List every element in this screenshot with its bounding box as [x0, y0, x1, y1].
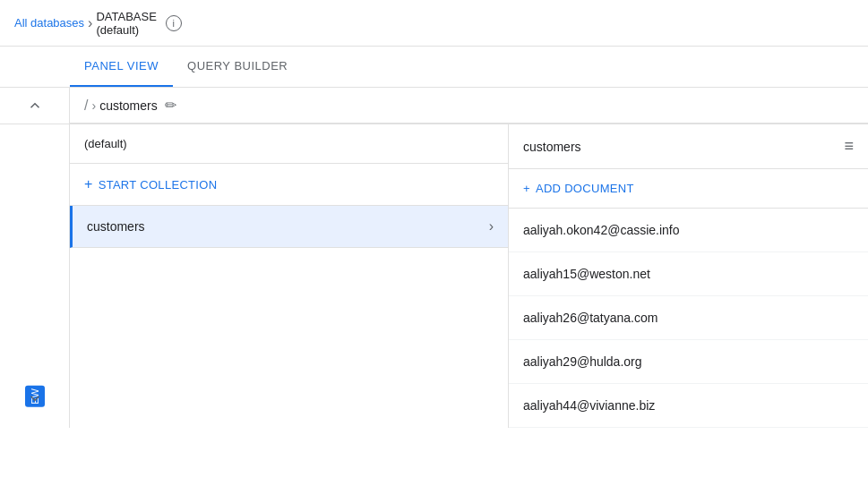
documents-panel-header: customers ≡ [509, 124, 868, 169]
collection-item-customers[interactable]: customers › [70, 206, 508, 248]
edit-collection-icon[interactable]: ✏ [165, 97, 176, 114]
breadcrumb: All databases › DATABASE(default) i [14, 10, 182, 37]
left-sidebar: EW [0, 124, 70, 428]
collections-panel-header: (default) [70, 124, 508, 164]
document-item[interactable]: aaliyah.okon42@cassie.info [509, 209, 868, 252]
collapse-bottom-button[interactable] [20, 383, 50, 413]
breadcrumb-chevron: › [88, 15, 92, 31]
path-bar: / › customers ✏ [70, 88, 868, 124]
filter-icon[interactable]: ≡ [844, 137, 854, 156]
document-item[interactable]: aaliyah26@tatyana.com [509, 296, 868, 340]
path-slash: / [84, 98, 88, 114]
document-item[interactable]: aaliyah29@hulda.org [509, 340, 868, 384]
collection-item-name: customers [87, 219, 145, 234]
document-item[interactable]: aaliyah15@weston.net [509, 252, 868, 296]
add-document-button[interactable]: + ADD DOCUMENT [509, 169, 868, 209]
path-chevron: › [91, 98, 96, 113]
all-databases-link[interactable]: All databases [14, 16, 84, 30]
add-document-plus-icon: + [523, 182, 530, 195]
info-icon[interactable]: i [166, 15, 182, 31]
tab-query-builder[interactable]: QUERY BUILDER [173, 47, 302, 87]
top-bar: All databases › DATABASE(default) i [0, 0, 868, 47]
start-collection-plus-icon: + [84, 176, 93, 192]
collections-panel: (default) + START COLLECTION customers › [70, 124, 509, 428]
collection-item-chevron: › [489, 218, 494, 234]
documents-panel-title: customers [523, 140, 581, 154]
start-collection-label: START COLLECTION [99, 178, 218, 192]
document-item[interactable]: aaliyah44@vivianne.biz [509, 384, 868, 428]
collapse-top-button[interactable] [21, 91, 49, 120]
start-collection-button[interactable]: + START COLLECTION [70, 164, 508, 206]
add-document-label: ADD DOCUMENT [536, 182, 634, 195]
documents-panel: customers ≡ + ADD DOCUMENT aaliyah.okon4… [509, 124, 868, 428]
database-title: DATABASE(default) [96, 10, 156, 37]
tab-panel-view[interactable]: PANEL VIEW [70, 47, 173, 87]
path-collection: customers [99, 98, 158, 113]
tabs-bar: PANEL VIEW QUERY BUILDER [0, 47, 868, 88]
